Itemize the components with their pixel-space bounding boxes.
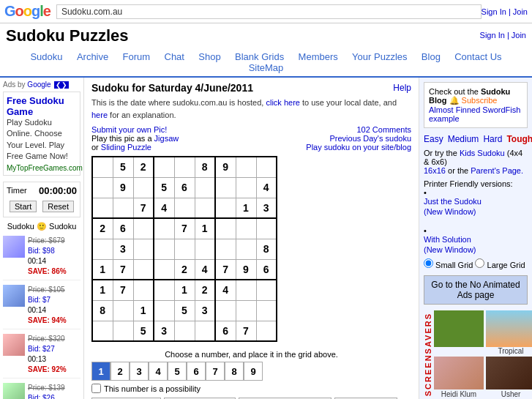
cell-7-1[interactable] (113, 300, 133, 321)
cell-1-7[interactable] (236, 177, 256, 198)
sign-in-link[interactable]: Sign In (482, 7, 506, 16)
cell-3-7[interactable] (236, 218, 256, 239)
start-button[interactable]: Start (10, 201, 37, 212)
cell-6-3[interactable] (154, 280, 174, 300)
cell-0-3[interactable] (154, 157, 174, 177)
cell-0-7[interactable] (236, 157, 256, 177)
cell-7-6[interactable] (215, 300, 236, 321)
kids-sudoku-link[interactable]: Kids Sudoku (460, 149, 505, 157)
join-link[interactable]: Join (513, 7, 528, 16)
cell-2-6[interactable] (215, 198, 236, 218)
address-bar[interactable] (56, 4, 482, 19)
cell-7-8[interactable] (256, 300, 277, 321)
cell-5-6[interactable]: 7 (215, 259, 236, 280)
cell-3-6[interactable] (215, 218, 236, 239)
cell-3-3[interactable] (154, 218, 174, 239)
cell-7-2[interactable]: 1 (133, 300, 154, 321)
cell-7-7[interactable] (236, 300, 256, 321)
cell-5-3[interactable] (154, 259, 174, 280)
click-here-link[interactable]: click here (266, 98, 299, 107)
number-btn-7[interactable]: 7 (206, 362, 225, 381)
here-link[interactable]: here (91, 111, 108, 119)
cell-0-8[interactable] (256, 157, 277, 177)
sudoku-table[interactable]: 52899564741326713817247961712481535367 (91, 156, 277, 342)
nav-members[interactable]: Members (299, 51, 338, 62)
number-btn-1[interactable]: 1 (91, 362, 110, 381)
number-btn-6[interactable]: 6 (187, 362, 206, 381)
nav-forum[interactable]: Forum (123, 51, 151, 62)
reset-timer-button[interactable]: Reset (42, 201, 74, 212)
comments-link[interactable]: 102 Comments (356, 125, 411, 134)
join-header-link[interactable]: Join (512, 31, 526, 40)
cell-5-0[interactable]: 1 (92, 259, 113, 280)
cell-7-5[interactable]: 3 (195, 300, 215, 321)
number-btn-2[interactable]: 2 (110, 362, 130, 381)
cell-4-8[interactable]: 8 (256, 239, 277, 259)
difficulty-tough[interactable]: Tough (506, 134, 532, 144)
large-grid-radio[interactable] (475, 258, 484, 268)
no-ads-button[interactable]: Go to the No Animated Ads page (424, 275, 528, 305)
cell-0-2[interactable]: 2 (133, 157, 154, 177)
cell-3-1[interactable]: 6 (113, 218, 133, 239)
difficulty-easy[interactable]: Easy (424, 134, 443, 144)
number-btn-4[interactable]: 4 (149, 362, 168, 381)
play-site-link[interactable]: Play sudoku on your site/blog (306, 143, 411, 152)
number-btn-9[interactable]: 9 (244, 362, 263, 381)
nav-shop[interactable]: Shop (198, 51, 220, 62)
cell-6-0[interactable]: 1 (92, 280, 113, 300)
cell-2-7[interactable]: 1 (236, 198, 256, 218)
cell-2-3[interactable]: 4 (154, 198, 174, 218)
cell-1-6[interactable] (215, 177, 236, 198)
nav-sitemap[interactable]: SiteMap (249, 62, 284, 73)
cell-4-1[interactable]: 3 (113, 239, 133, 259)
parent-page-link[interactable]: Parent's Page. (471, 166, 523, 175)
cell-7-3[interactable] (154, 300, 174, 321)
help-link[interactable]: Help (393, 83, 411, 93)
cell-5-4[interactable]: 2 (174, 259, 195, 280)
cell-1-8[interactable]: 4 (256, 177, 277, 198)
cell-3-5[interactable]: 1 (195, 218, 215, 239)
cell-4-4[interactable] (174, 239, 195, 259)
cell-8-2[interactable]: 5 (133, 321, 154, 341)
cell-4-6[interactable] (215, 239, 236, 259)
cell-0-5[interactable]: 8 (195, 157, 215, 177)
nav-blank-grids[interactable]: Blank Grids (235, 51, 284, 62)
swordfish-link[interactable]: Almost Finned SwordFish example (429, 105, 520, 123)
cell-3-2[interactable] (133, 218, 154, 239)
sliding-puzzle-link[interactable]: Sliding Puzzle (101, 143, 151, 152)
ad-title[interactable]: Free Sudoku Game (7, 95, 77, 117)
cell-2-4[interactable] (174, 198, 195, 218)
cell-4-3[interactable] (154, 239, 174, 259)
cell-1-2[interactable] (133, 177, 154, 198)
cell-0-0[interactable] (92, 157, 113, 177)
cell-1-3[interactable]: 5 (154, 177, 174, 198)
cell-3-4[interactable]: 7 (174, 218, 195, 239)
cell-8-1[interactable] (113, 321, 133, 341)
small-grid-radio[interactable] (424, 258, 433, 268)
possibility-checkbox[interactable] (91, 384, 101, 393)
cell-6-2[interactable] (133, 280, 154, 300)
cell-1-1[interactable]: 9 (113, 177, 133, 198)
cell-8-8[interactable] (256, 321, 277, 341)
16x16-link[interactable]: 16x16 (424, 166, 446, 175)
cell-2-1[interactable] (113, 198, 133, 218)
previous-day-link[interactable]: Previous Day's sudoku (329, 134, 411, 143)
nav-blog[interactable]: Blog (422, 51, 441, 62)
with-solution-link[interactable]: With Solution (424, 235, 528, 244)
cell-3-8[interactable] (256, 218, 277, 239)
cell-6-8[interactable] (256, 280, 277, 300)
cell-0-6[interactable]: 9 (215, 157, 236, 177)
cell-5-1[interactable]: 7 (113, 259, 133, 280)
number-btn-5[interactable]: 5 (168, 362, 187, 381)
cell-7-4[interactable]: 5 (174, 300, 195, 321)
new-window-1-link[interactable]: (New Window) (424, 207, 528, 216)
submit-pic-link[interactable]: Submit your own Pic! (91, 125, 167, 134)
cell-1-5[interactable] (195, 177, 215, 198)
cell-5-5[interactable]: 4 (195, 259, 215, 280)
cell-5-7[interactable]: 9 (236, 259, 256, 280)
cell-2-5[interactable] (195, 198, 215, 218)
cell-4-0[interactable] (92, 239, 113, 259)
number-btn-3[interactable]: 3 (130, 362, 149, 381)
cell-4-7[interactable] (236, 239, 256, 259)
cell-1-0[interactable] (92, 177, 113, 198)
